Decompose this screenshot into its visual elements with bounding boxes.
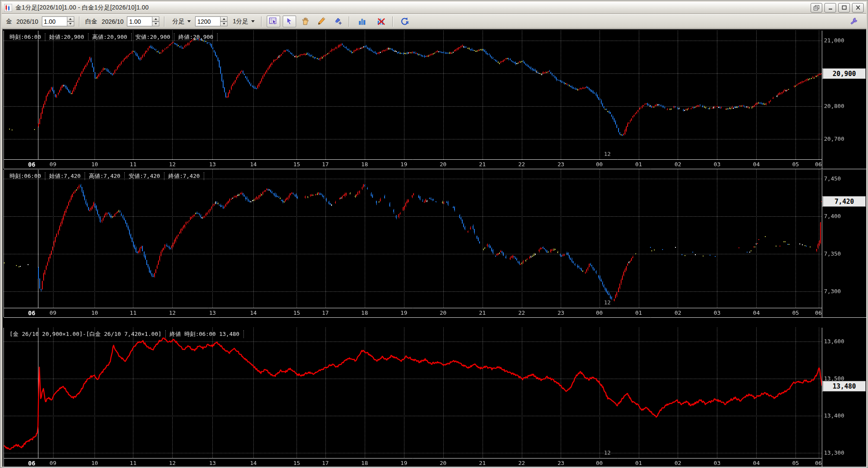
highlighter-crosshair-button[interactable] [331, 16, 344, 27]
hand-pan-button[interactable] [299, 16, 312, 27]
pencil-icon [317, 17, 326, 26]
platinum-ratio-input[interactable] [127, 16, 152, 26]
bar-count-spin-down-icon[interactable] [220, 22, 227, 27]
platinum-ratio-spin-up-icon[interactable] [152, 16, 159, 22]
close-button[interactable] [852, 3, 864, 13]
delete-chart-button[interactable] [374, 16, 388, 27]
toolbar-separator [79, 16, 80, 27]
refresh-button[interactable]: R [398, 16, 411, 27]
bar-type-dropdown[interactable]: 分足 [170, 17, 193, 26]
gold-symbol-label: 金 [6, 18, 12, 25]
bar-count-input[interactable] [195, 16, 220, 26]
bar-type-label: 分足 [172, 18, 184, 25]
toolbar-separator [164, 16, 165, 27]
gold-ratio-spin-down-icon[interactable] [67, 22, 74, 27]
toolbar-separator [349, 16, 350, 27]
pencil-draw-button[interactable] [315, 16, 328, 27]
chart-cursor-icon [269, 17, 278, 26]
highlighter-crosshair-icon [333, 17, 342, 26]
platinum-ratio-spin-down-icon[interactable] [152, 22, 159, 27]
app-icon [4, 4, 12, 12]
delete-chart-icon [376, 17, 386, 26]
title-bar[interactable]: 金1分足[2026/10]1.00 - 白金1分足[2026/10]1.00 [2, 2, 866, 14]
main-toolbar: 金 2026/10 白金 2026/10 分足 1分足 [2, 14, 866, 28]
refresh-icon: R [400, 17, 410, 26]
chart-cursor-button[interactable] [267, 16, 280, 27]
window-title: 金1分足[2026/10]1.00 - 白金1分足[2026/10]1.00 [16, 4, 149, 12]
interval-label: 1分足 [233, 18, 248, 25]
settings-wrench-button[interactable] [847, 16, 860, 27]
gold-contract-month: 2026/10 [16, 18, 38, 25]
gold-ratio-input[interactable] [42, 16, 67, 26]
toolbar-separator [392, 16, 393, 27]
platinum-contract-month: 2026/10 [102, 18, 124, 25]
bar-count-spin-up-icon[interactable] [220, 16, 227, 22]
gold-chart-plot[interactable] [4, 31, 822, 159]
wrench-icon [849, 17, 859, 26]
gold-ratio-spin-up-icon[interactable] [67, 16, 74, 22]
chart-type-button[interactable] [354, 16, 372, 27]
interval-dropdown[interactable]: 1分足 [230, 17, 256, 26]
hand-pan-icon [301, 17, 310, 26]
platinum-symbol-label: 白金 [85, 18, 98, 25]
minimize-button[interactable] [824, 3, 836, 13]
chevron-down-icon [187, 20, 191, 22]
toolbar-separator [261, 16, 262, 27]
app-window: 金1分足[2026/10]1.00 - 白金1分足[2026/10]1.00 金… [0, 0, 868, 468]
platinum-chart-plot[interactable] [4, 170, 822, 308]
restore-window-button[interactable] [811, 3, 822, 13]
svg-text:R: R [406, 20, 409, 25]
select-arrow-button[interactable] [283, 16, 296, 27]
bar-chart-icon [358, 17, 367, 26]
maximize-button[interactable] [838, 3, 850, 13]
chevron-down-icon [251, 20, 255, 22]
spread-chart-plot[interactable] [4, 328, 822, 458]
arrow-cursor-icon [285, 17, 294, 26]
